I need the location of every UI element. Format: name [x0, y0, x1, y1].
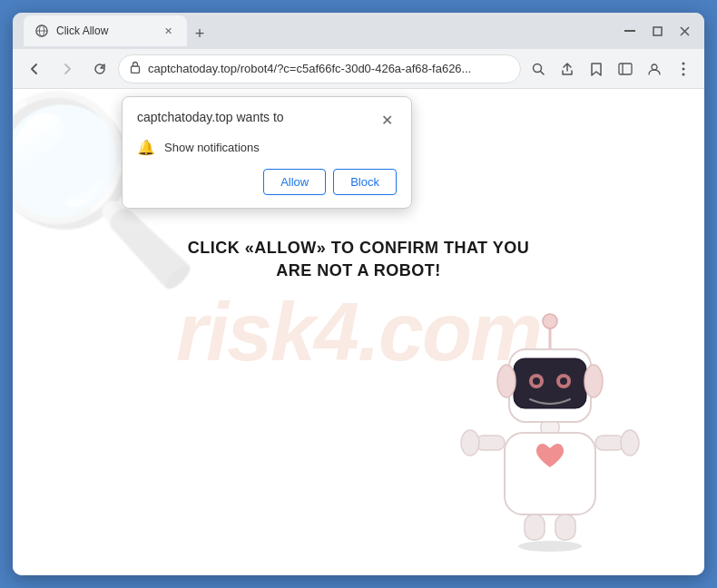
active-tab[interactable]: Click Allow ✕: [24, 15, 187, 46]
svg-rect-10: [619, 64, 632, 74]
share-icon-button[interactable]: [554, 55, 581, 83]
title-bar: Click Allow ✕ +: [13, 13, 704, 49]
tab-favicon: [34, 24, 49, 38]
svg-point-27: [584, 365, 603, 397]
svg-rect-19: [514, 358, 586, 408]
bookmark-icon-button[interactable]: [583, 55, 610, 83]
new-tab-button[interactable]: +: [187, 21, 212, 46]
svg-rect-30: [476, 436, 505, 450]
window-controls: [617, 18, 697, 44]
svg-rect-28: [541, 422, 559, 433]
close-button[interactable]: [672, 18, 697, 44]
browser-window: Click Allow ✕ +: [13, 13, 704, 575]
back-button[interactable]: [20, 54, 49, 83]
sidebar-icon-button[interactable]: [612, 55, 639, 83]
svg-point-36: [518, 541, 582, 552]
svg-point-31: [461, 430, 479, 456]
popup-actions: Allow Block: [137, 169, 397, 195]
svg-point-24: [533, 377, 540, 385]
svg-point-14: [683, 67, 685, 70]
notification-label: Show notifications: [164, 141, 260, 154]
message-line1: CLICK «ALLOW» TO CONFIRM THAT YOU: [188, 238, 530, 256]
allow-button[interactable]: Allow: [263, 169, 326, 195]
svg-point-15: [683, 73, 685, 75]
minimize-button[interactable]: [617, 18, 643, 44]
svg-point-17: [543, 314, 557, 328]
svg-rect-29: [505, 433, 595, 514]
popup-close-button[interactable]: ✕: [377, 110, 397, 130]
svg-rect-4: [653, 27, 662, 35]
svg-rect-35: [555, 514, 575, 540]
robot-container: [450, 299, 650, 557]
svg-point-26: [497, 365, 516, 397]
block-button[interactable]: Block: [333, 169, 397, 195]
svg-point-12: [652, 64, 657, 70]
navigation-bar: captchatoday.top/robot4/?c=c5af66fc-30d0…: [13, 49, 704, 89]
lock-icon: [130, 61, 141, 76]
notification-popup: captchatoday.top wants to ✕ 🔔 Show notif…: [122, 96, 412, 209]
maximize-button[interactable]: [644, 18, 670, 44]
tab-title: Click Allow: [56, 24, 152, 37]
tab-close-button[interactable]: ✕: [160, 23, 176, 39]
main-message: CLICK «ALLOW» TO CONFIRM THAT YOU ARE NO…: [188, 236, 530, 281]
reload-button[interactable]: [85, 54, 114, 83]
bell-icon: 🔔: [137, 139, 155, 156]
robot-illustration: [450, 299, 650, 554]
svg-rect-3: [624, 30, 635, 32]
forward-button[interactable]: [53, 54, 82, 83]
svg-point-33: [621, 430, 639, 456]
url-text: captchatoday.top/robot4/?c=c5af66fc-30d0…: [148, 62, 509, 75]
svg-rect-7: [132, 66, 140, 74]
popup-header: captchatoday.top wants to ✕: [137, 110, 397, 130]
svg-rect-32: [595, 436, 624, 450]
tab-bar: Click Allow ✕ +: [20, 15, 612, 46]
profile-icon-button[interactable]: [641, 55, 668, 83]
nav-icons-right: [525, 55, 697, 83]
message-line2: ARE NOT A ROBOT!: [276, 261, 441, 279]
svg-rect-34: [525, 514, 545, 540]
search-icon-button[interactable]: [525, 55, 552, 83]
svg-point-25: [560, 377, 567, 385]
popup-title: captchatoday.top wants to: [137, 110, 284, 124]
svg-line-9: [541, 71, 545, 74]
popup-notification-row: 🔔 Show notifications: [137, 139, 397, 156]
svg-point-13: [683, 62, 685, 64]
menu-icon-button[interactable]: [670, 55, 697, 83]
page-content: 🔍 risk4.com captchatoday.top wants to ✕ …: [13, 89, 704, 575]
address-bar[interactable]: captchatoday.top/robot4/?c=c5af66fc-30d0…: [118, 54, 521, 83]
main-message-text: CLICK «ALLOW» TO CONFIRM THAT YOU ARE NO…: [188, 236, 530, 281]
